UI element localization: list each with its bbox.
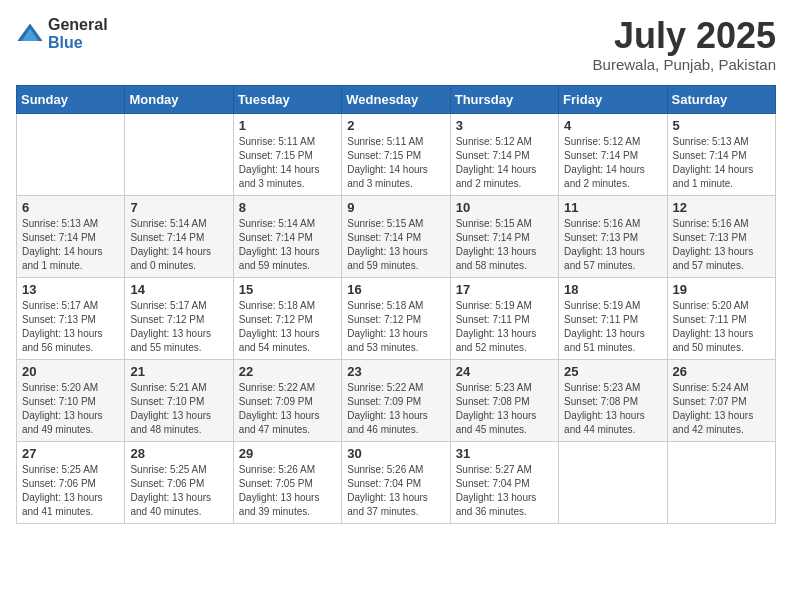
day-info: Sunrise: 5:11 AM Sunset: 7:15 PM Dayligh…: [239, 135, 336, 191]
calendar-cell: 5Sunrise: 5:13 AM Sunset: 7:14 PM Daylig…: [667, 113, 775, 195]
day-number: 11: [564, 200, 661, 215]
day-number: 29: [239, 446, 336, 461]
day-number: 16: [347, 282, 444, 297]
day-number: 19: [673, 282, 770, 297]
calendar-week-4: 20Sunrise: 5:20 AM Sunset: 7:10 PM Dayli…: [17, 359, 776, 441]
day-info: Sunrise: 5:12 AM Sunset: 7:14 PM Dayligh…: [456, 135, 553, 191]
day-number: 18: [564, 282, 661, 297]
day-number: 25: [564, 364, 661, 379]
calendar-table: SundayMondayTuesdayWednesdayThursdayFrid…: [16, 85, 776, 524]
calendar-week-2: 6Sunrise: 5:13 AM Sunset: 7:14 PM Daylig…: [17, 195, 776, 277]
day-info: Sunrise: 5:24 AM Sunset: 7:07 PM Dayligh…: [673, 381, 770, 437]
day-header-monday: Monday: [125, 85, 233, 113]
day-info: Sunrise: 5:23 AM Sunset: 7:08 PM Dayligh…: [456, 381, 553, 437]
day-info: Sunrise: 5:15 AM Sunset: 7:14 PM Dayligh…: [456, 217, 553, 273]
day-header-wednesday: Wednesday: [342, 85, 450, 113]
logo-general-text: General: [48, 16, 108, 34]
day-header-thursday: Thursday: [450, 85, 558, 113]
day-number: 23: [347, 364, 444, 379]
calendar-cell: 7Sunrise: 5:14 AM Sunset: 7:14 PM Daylig…: [125, 195, 233, 277]
calendar-cell: 8Sunrise: 5:14 AM Sunset: 7:14 PM Daylig…: [233, 195, 341, 277]
day-header-tuesday: Tuesday: [233, 85, 341, 113]
day-number: 10: [456, 200, 553, 215]
day-number: 26: [673, 364, 770, 379]
month-year-title: July 2025: [593, 16, 776, 56]
calendar-cell: 26Sunrise: 5:24 AM Sunset: 7:07 PM Dayli…: [667, 359, 775, 441]
day-number: 9: [347, 200, 444, 215]
day-info: Sunrise: 5:14 AM Sunset: 7:14 PM Dayligh…: [130, 217, 227, 273]
logo: General Blue: [16, 16, 108, 51]
calendar-cell: 11Sunrise: 5:16 AM Sunset: 7:13 PM Dayli…: [559, 195, 667, 277]
day-number: 31: [456, 446, 553, 461]
day-header-friday: Friday: [559, 85, 667, 113]
calendar-header-row: SundayMondayTuesdayWednesdayThursdayFrid…: [17, 85, 776, 113]
day-info: Sunrise: 5:18 AM Sunset: 7:12 PM Dayligh…: [347, 299, 444, 355]
day-info: Sunrise: 5:23 AM Sunset: 7:08 PM Dayligh…: [564, 381, 661, 437]
day-number: 15: [239, 282, 336, 297]
day-number: 28: [130, 446, 227, 461]
calendar-cell: 3Sunrise: 5:12 AM Sunset: 7:14 PM Daylig…: [450, 113, 558, 195]
day-number: 4: [564, 118, 661, 133]
calendar-cell: 30Sunrise: 5:26 AM Sunset: 7:04 PM Dayli…: [342, 441, 450, 523]
day-info: Sunrise: 5:26 AM Sunset: 7:05 PM Dayligh…: [239, 463, 336, 519]
logo-blue-text: Blue: [48, 34, 108, 52]
day-number: 30: [347, 446, 444, 461]
day-number: 13: [22, 282, 119, 297]
day-info: Sunrise: 5:16 AM Sunset: 7:13 PM Dayligh…: [673, 217, 770, 273]
day-info: Sunrise: 5:18 AM Sunset: 7:12 PM Dayligh…: [239, 299, 336, 355]
calendar-cell: 28Sunrise: 5:25 AM Sunset: 7:06 PM Dayli…: [125, 441, 233, 523]
calendar-cell: [559, 441, 667, 523]
calendar-cell: 20Sunrise: 5:20 AM Sunset: 7:10 PM Dayli…: [17, 359, 125, 441]
day-info: Sunrise: 5:17 AM Sunset: 7:13 PM Dayligh…: [22, 299, 119, 355]
day-info: Sunrise: 5:20 AM Sunset: 7:11 PM Dayligh…: [673, 299, 770, 355]
logo-text: General Blue: [48, 16, 108, 51]
calendar-cell: 17Sunrise: 5:19 AM Sunset: 7:11 PM Dayli…: [450, 277, 558, 359]
day-number: 1: [239, 118, 336, 133]
calendar-cell: 23Sunrise: 5:22 AM Sunset: 7:09 PM Dayli…: [342, 359, 450, 441]
day-number: 20: [22, 364, 119, 379]
day-info: Sunrise: 5:20 AM Sunset: 7:10 PM Dayligh…: [22, 381, 119, 437]
day-info: Sunrise: 5:19 AM Sunset: 7:11 PM Dayligh…: [456, 299, 553, 355]
calendar-cell: 27Sunrise: 5:25 AM Sunset: 7:06 PM Dayli…: [17, 441, 125, 523]
day-info: Sunrise: 5:25 AM Sunset: 7:06 PM Dayligh…: [130, 463, 227, 519]
location-subtitle: Burewala, Punjab, Pakistan: [593, 56, 776, 73]
day-number: 12: [673, 200, 770, 215]
calendar-cell: 13Sunrise: 5:17 AM Sunset: 7:13 PM Dayli…: [17, 277, 125, 359]
day-number: 7: [130, 200, 227, 215]
calendar-cell: 24Sunrise: 5:23 AM Sunset: 7:08 PM Dayli…: [450, 359, 558, 441]
day-number: 17: [456, 282, 553, 297]
calendar-cell: [667, 441, 775, 523]
calendar-cell: 21Sunrise: 5:21 AM Sunset: 7:10 PM Dayli…: [125, 359, 233, 441]
logo-icon: [16, 20, 44, 48]
page-header: General Blue July 2025 Burewala, Punjab,…: [16, 16, 776, 73]
calendar-week-3: 13Sunrise: 5:17 AM Sunset: 7:13 PM Dayli…: [17, 277, 776, 359]
day-info: Sunrise: 5:21 AM Sunset: 7:10 PM Dayligh…: [130, 381, 227, 437]
day-info: Sunrise: 5:13 AM Sunset: 7:14 PM Dayligh…: [22, 217, 119, 273]
day-info: Sunrise: 5:14 AM Sunset: 7:14 PM Dayligh…: [239, 217, 336, 273]
day-number: 8: [239, 200, 336, 215]
calendar-cell: 29Sunrise: 5:26 AM Sunset: 7:05 PM Dayli…: [233, 441, 341, 523]
day-number: 5: [673, 118, 770, 133]
calendar-cell: 19Sunrise: 5:20 AM Sunset: 7:11 PM Dayli…: [667, 277, 775, 359]
calendar-week-5: 27Sunrise: 5:25 AM Sunset: 7:06 PM Dayli…: [17, 441, 776, 523]
calendar-cell: [17, 113, 125, 195]
day-info: Sunrise: 5:17 AM Sunset: 7:12 PM Dayligh…: [130, 299, 227, 355]
calendar-cell: 4Sunrise: 5:12 AM Sunset: 7:14 PM Daylig…: [559, 113, 667, 195]
calendar-cell: 25Sunrise: 5:23 AM Sunset: 7:08 PM Dayli…: [559, 359, 667, 441]
day-number: 27: [22, 446, 119, 461]
day-number: 24: [456, 364, 553, 379]
day-number: 21: [130, 364, 227, 379]
calendar-cell: 31Sunrise: 5:27 AM Sunset: 7:04 PM Dayli…: [450, 441, 558, 523]
day-number: 2: [347, 118, 444, 133]
title-block: July 2025 Burewala, Punjab, Pakistan: [593, 16, 776, 73]
day-number: 3: [456, 118, 553, 133]
day-info: Sunrise: 5:27 AM Sunset: 7:04 PM Dayligh…: [456, 463, 553, 519]
day-number: 22: [239, 364, 336, 379]
calendar-cell: 14Sunrise: 5:17 AM Sunset: 7:12 PM Dayli…: [125, 277, 233, 359]
day-info: Sunrise: 5:22 AM Sunset: 7:09 PM Dayligh…: [347, 381, 444, 437]
calendar-cell: [125, 113, 233, 195]
calendar-cell: 22Sunrise: 5:22 AM Sunset: 7:09 PM Dayli…: [233, 359, 341, 441]
calendar-cell: 10Sunrise: 5:15 AM Sunset: 7:14 PM Dayli…: [450, 195, 558, 277]
day-info: Sunrise: 5:22 AM Sunset: 7:09 PM Dayligh…: [239, 381, 336, 437]
calendar-cell: 6Sunrise: 5:13 AM Sunset: 7:14 PM Daylig…: [17, 195, 125, 277]
